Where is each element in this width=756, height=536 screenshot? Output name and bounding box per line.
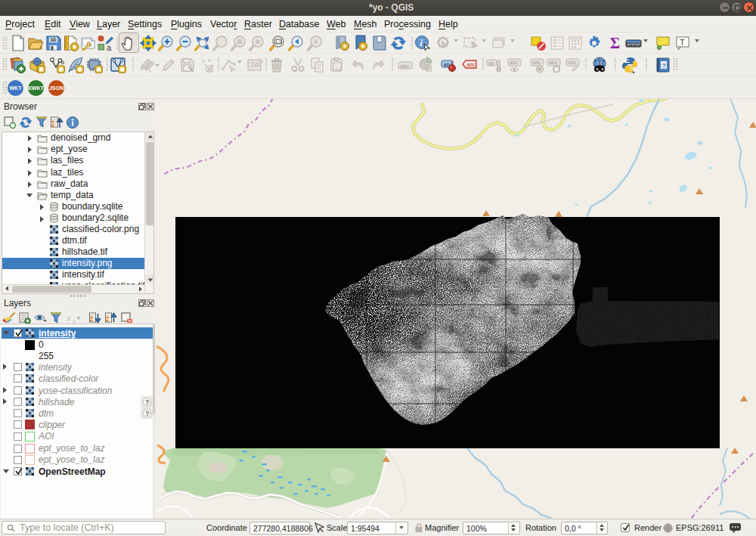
svg-text:abc: abc (549, 60, 558, 65)
svg-text:abc: abc (466, 61, 476, 68)
svg-text:abc: abc (568, 60, 577, 65)
svg-text:Σ: Σ (610, 35, 620, 51)
svg-text:T: T (680, 38, 685, 47)
svg-text:1:1: 1:1 (275, 39, 281, 44)
svg-text:abc: abc (532, 60, 541, 65)
svg-text:a: a (107, 43, 112, 52)
svg-text:?: ? (662, 62, 667, 70)
svg-text:abc: abc (510, 60, 519, 65)
svg-text:ε: ε (67, 313, 71, 322)
svg-text:abc: abc (400, 63, 409, 70)
svg-text:?: ? (145, 410, 149, 417)
svg-text:?: ? (145, 398, 149, 406)
svg-text:ab: ab (488, 60, 494, 66)
